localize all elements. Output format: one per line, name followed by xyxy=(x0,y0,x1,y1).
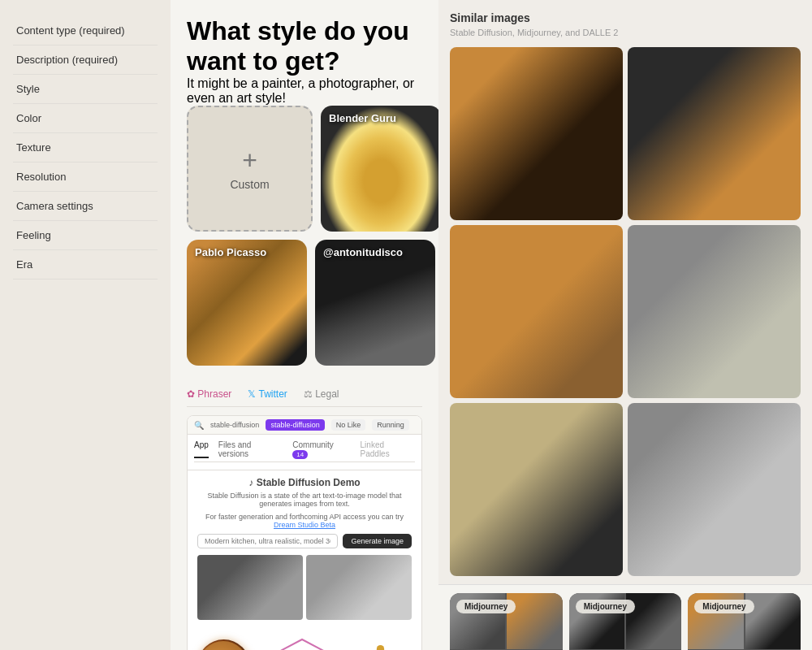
sd-tag-running: Running xyxy=(372,419,409,431)
style-card-label-disco: @antonitudisco xyxy=(323,246,403,260)
style-row-1: + Custom Blender Guru @beeple_crap xyxy=(187,106,422,232)
similar-img-2[interactable] xyxy=(628,47,801,220)
mid-badge-1: Midjourney xyxy=(456,600,516,613)
quad-cell xyxy=(626,593,681,648)
generate-row: Generate image xyxy=(197,534,412,548)
sd-output-images xyxy=(197,555,412,620)
similar-img-1[interactable] xyxy=(450,47,623,220)
mid-badge-3: Midjourney xyxy=(694,600,754,613)
svg-point-0 xyxy=(199,641,248,650)
quad-cell xyxy=(507,593,562,648)
svg-rect-9 xyxy=(377,645,384,651)
tab-app[interactable]: App xyxy=(194,440,209,458)
sidebar-item-color[interactable]: Color xyxy=(13,104,158,133)
midjourney-section: Midjourney Midjourney xyxy=(438,585,812,650)
similar-grid xyxy=(450,47,801,576)
sidebar-item-camera-settings[interactable]: Camera settings xyxy=(13,192,158,221)
twitter-link[interactable]: 𝕏 Twitter xyxy=(248,388,287,400)
right-area: Similar images Stable Diffusion, Midjour… xyxy=(438,0,812,650)
sd-desc1: Stable Diffusion is a state of the art t… xyxy=(197,492,412,508)
similar-img-4[interactable] xyxy=(628,225,801,398)
sd-search-icon: 🔍 xyxy=(194,421,204,430)
footer-bar: ✿ Phraser 𝕏 Twitter ⚖ Legal xyxy=(187,382,422,407)
similar-img-5[interactable] xyxy=(450,403,623,576)
phraser-link[interactable]: ✿ Phraser xyxy=(187,388,231,400)
sd-tag-stable: stable-diffusion xyxy=(266,419,324,431)
sd-title: ♪ Stable Diffusion Demo xyxy=(197,477,412,488)
tab-files[interactable]: Files and versions xyxy=(218,440,283,458)
plus-icon: + xyxy=(242,147,257,173)
sidebar-item-style[interactable]: Style xyxy=(13,75,158,104)
similar-images-section: Similar images Stable Diffusion, Midjour… xyxy=(438,0,812,585)
style-card-label-picasso: Pablo Picasso xyxy=(195,246,266,260)
mid-card-1[interactable]: Midjourney xyxy=(450,593,563,650)
dream-studio-link[interactable]: Dream Studio Beta xyxy=(274,521,335,529)
style-card-disco[interactable]: @antonitudisco xyxy=(315,240,435,366)
logos-bar: stability.ai xyxy=(188,633,421,650)
similar-img-6[interactable] xyxy=(628,403,801,576)
svg-marker-7 xyxy=(273,639,331,651)
similar-images-title: Similar images xyxy=(450,11,801,24)
asterisk-logo xyxy=(354,639,407,650)
sidebar: Content type (required) Description (req… xyxy=(0,0,171,650)
midjourney-row-1: Midjourney Midjourney xyxy=(450,593,801,650)
style-card-label-blender: Blender Guru xyxy=(329,112,396,126)
sd-output-img-1 xyxy=(197,555,303,620)
tab-linked[interactable]: Linked Paddles xyxy=(361,440,415,458)
mid-card-3[interactable]: Midjourney xyxy=(688,593,801,650)
generate-button[interactable]: Generate image xyxy=(343,534,412,548)
legal-link[interactable]: ⚖ Legal xyxy=(304,388,339,400)
quad-cell xyxy=(745,593,801,648)
sd-tabs-row: App Files and versions Community 14 Link… xyxy=(188,435,421,470)
sd-navbar: 🔍 stable-diffusion stable-diffusion No L… xyxy=(188,416,421,435)
page-subtitle: It might be a painter, a photographer, o… xyxy=(187,76,422,106)
style-card-picasso[interactable]: Pablo Picasso xyxy=(187,240,307,366)
mid-card-2[interactable]: Midjourney xyxy=(569,593,682,650)
page-title: What style do you want to get? xyxy=(187,16,422,76)
page-header: What style do you want to get? It might … xyxy=(171,0,438,382)
stability-logo: stability.ai xyxy=(270,639,335,650)
eye-logo xyxy=(197,639,250,650)
center-column: What style do you want to get? It might … xyxy=(171,0,438,650)
sidebar-item-resolution[interactable]: Resolution xyxy=(13,162,158,192)
center-scroll-area: ✿ Phraser 𝕏 Twitter ⚖ Legal 🔍 stable-dif… xyxy=(171,382,438,650)
similar-img-3[interactable] xyxy=(450,225,623,398)
style-row-2: Pablo Picasso @antonitudisco Leonardo da… xyxy=(187,240,422,366)
similar-images-subtitle: Stable Diffusion, Midjourney, and DALLE … xyxy=(450,27,801,39)
sd-demo-section: 🔍 stable-diffusion stable-diffusion No L… xyxy=(187,415,422,650)
style-card-blender[interactable]: Blender Guru xyxy=(321,106,438,232)
prompt-input[interactable] xyxy=(197,534,338,548)
sd-content: ♪ Stable Diffusion Demo Stable Diffusion… xyxy=(188,470,421,633)
sidebar-item-era[interactable]: Era xyxy=(13,250,158,280)
sidebar-item-texture[interactable]: Texture xyxy=(13,133,158,162)
custom-card[interactable]: + Custom xyxy=(187,106,313,232)
sd-tag-no-like: No Like xyxy=(331,419,366,431)
page: Content type (required) Description (req… xyxy=(0,0,812,650)
sidebar-item-description[interactable]: Description (required) xyxy=(13,46,158,75)
custom-label: Custom xyxy=(230,178,269,191)
sd-output-img-2 xyxy=(306,555,412,620)
sd-desc2: For faster generation and forthcoming AP… xyxy=(197,513,412,529)
sidebar-item-feeling[interactable]: Feeling xyxy=(13,221,158,250)
tab-community[interactable]: Community 14 xyxy=(292,440,350,458)
mid-badge-2: Midjourney xyxy=(576,600,635,613)
sidebar-item-content-type[interactable]: Content type (required) xyxy=(13,16,158,46)
